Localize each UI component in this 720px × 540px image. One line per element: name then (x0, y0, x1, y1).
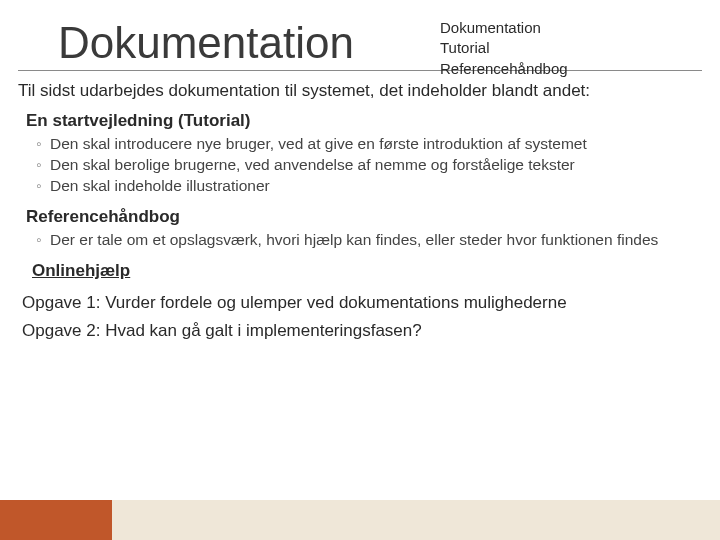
section2-heading: Referencehåndbog (26, 207, 702, 227)
list-item: Der er tale om et opslagsværk, hvori hjæ… (36, 230, 702, 251)
footer-bar (0, 500, 720, 540)
list-item: Den skal introducere nye bruger, ved at … (36, 134, 702, 155)
footer-accent-right (112, 500, 720, 540)
task-2: Opgave 2: Hvad kan gå galt i implementer… (22, 321, 702, 341)
task-1: Opgave 1: Vurder fordele og ulemper ved … (22, 293, 702, 313)
intro-text: Til sidst udarbejdes dokumentation til s… (18, 81, 702, 101)
section1-bullets: Den skal introducere nye bruger, ved at … (36, 134, 702, 197)
page-title: Dokumentation (58, 20, 354, 66)
context-line-1: Dokumentation (440, 18, 568, 38)
title-divider (18, 70, 702, 71)
section1-heading: En startvejledning (Tutorial) (26, 111, 702, 131)
list-item: Den skal indeholde illustrationer (36, 176, 702, 197)
online-help-heading: Onlinehjælp (32, 261, 702, 281)
context-line-2: Tutorial (440, 38, 568, 58)
footer-accent-left (0, 500, 112, 540)
header-row: Dokumentation (18, 20, 702, 66)
section2-bullets: Der er tale om et opslagsværk, hvori hjæ… (36, 230, 702, 251)
list-item: Den skal berolige brugerne, ved anvendel… (36, 155, 702, 176)
slide-content: Dokumentation Tutorial Referencehåndbog … (0, 0, 720, 341)
context-line-3: Referencehåndbog (440, 59, 568, 79)
context-list: Dokumentation Tutorial Referencehåndbog (440, 18, 568, 79)
